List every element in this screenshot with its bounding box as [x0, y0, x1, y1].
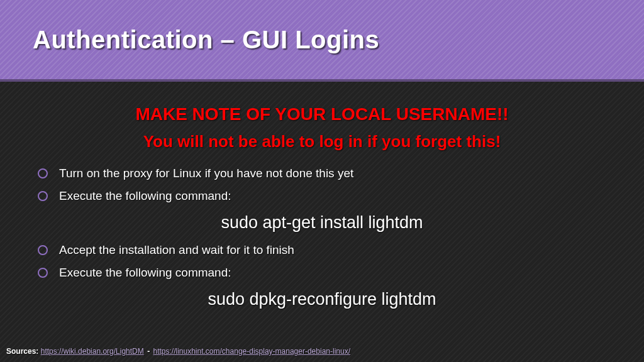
- sources-footer: Sources: https://wiki.debian.org/LightDM…: [6, 347, 350, 356]
- list-item: Execute the following command:: [38, 261, 644, 284]
- command-2: sudo dpkg-reconfigure lightdm: [0, 287, 644, 313]
- slide-title: Authentication – GUI Logins: [33, 26, 379, 54]
- source-link-2[interactable]: https://linuxhint.com/change-display-man…: [153, 347, 350, 356]
- slide-header: Authentication – GUI Logins: [0, 0, 644, 82]
- warning-line-2: You will not be able to log in if you fo…: [0, 128, 644, 155]
- slide-body: MAKE NOTE OF YOUR LOCAL USERNAME!! You w…: [0, 82, 644, 362]
- sources-separator: -: [146, 347, 151, 356]
- command-1: sudo apt-get install lightdm: [0, 210, 644, 236]
- list-item: Accept the installation and wait for it …: [38, 239, 644, 261]
- list-item: Execute the following command:: [38, 185, 644, 207]
- list-item: Turn on the proxy for Linux if you have …: [38, 162, 644, 185]
- slide: Authentication – GUI Logins MAKE NOTE OF…: [0, 0, 644, 362]
- steps-list: Turn on the proxy for Linux if you have …: [38, 162, 644, 207]
- sources-label: Sources:: [6, 347, 38, 356]
- warning-line-1: MAKE NOTE OF YOUR LOCAL USERNAME!!: [0, 101, 644, 128]
- steps-list-continued: Accept the installation and wait for it …: [38, 239, 644, 284]
- source-link-1[interactable]: https://wiki.debian.org/LightDM: [41, 347, 144, 356]
